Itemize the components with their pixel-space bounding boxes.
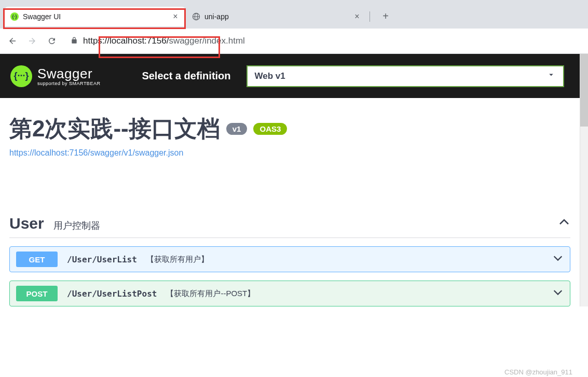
- swagger-logo-icon: {···}: [10, 65, 32, 87]
- reload-icon[interactable]: [45, 34, 59, 48]
- scrollbar-thumb[interactable]: [580, 54, 588, 127]
- close-icon[interactable]: ×: [353, 12, 361, 21]
- op-path: /User/UserList: [67, 255, 137, 264]
- swagger-favicon-icon: {·}: [10, 12, 19, 21]
- browser-tab-swagger[interactable]: {·} Swagger UI ×: [4, 7, 186, 26]
- new-tab-button[interactable]: +: [378, 9, 393, 24]
- url-path: swagger/index.html: [169, 36, 244, 46]
- method-badge: POST: [16, 286, 58, 301]
- op-summary: 【获取所有用户】: [146, 255, 209, 264]
- back-icon[interactable]: [5, 34, 20, 48]
- forward-icon[interactable]: [25, 34, 39, 48]
- swagger-page: {···} Swagger supported by SMARTBEAR Sel…: [0, 54, 588, 306]
- chevron-down-icon: [546, 70, 556, 82]
- op-left: POST /User/UserListPost 【获取所有用户--POST】: [16, 286, 255, 301]
- tag-section: User 用户控制器 GET /User/UserList 【获取所有用户】: [9, 210, 570, 306]
- browser-chrome: {·} Swagger UI × uni-app × +: [0, 0, 588, 54]
- scrollbar[interactable]: [580, 54, 588, 306]
- logo-main: Swagger: [37, 66, 100, 82]
- url-bar[interactable]: https://localhost:7156/swagger/index.htm…: [64, 33, 583, 49]
- swagger-body: 第2次实践--接口文档 v1 OAS3 https://localhost:71…: [0, 98, 580, 306]
- definition-label: Select a definition: [142, 70, 230, 82]
- tab-title: uni-app: [204, 12, 349, 21]
- url-text: https://localhost:7156/swagger/index.htm…: [83, 36, 245, 46]
- api-title-row: 第2次实践--接口文档 v1 OAS3: [9, 114, 570, 144]
- browser-tab-uniapp[interactable]: uni-app ×: [186, 7, 367, 26]
- op-summary: 【获取所有用户--POST】: [166, 289, 255, 299]
- tab-divider: [370, 11, 370, 22]
- tag-desc: 用户控制器: [53, 219, 100, 232]
- lock-icon: [71, 37, 78, 46]
- globe-favicon-icon: [192, 12, 200, 21]
- logo-glyph: {···}: [13, 71, 29, 81]
- chevron-down-icon: [552, 252, 564, 267]
- page-title: 第2次实践--接口文档: [9, 114, 220, 144]
- tag-left: User 用户控制器: [9, 215, 100, 232]
- tag-name: User: [9, 215, 44, 232]
- method-badge: GET: [16, 252, 58, 267]
- logo-sub: supported by SMARTBEAR: [37, 81, 100, 86]
- op-path: /User/UserListPost: [67, 289, 157, 299]
- spec-link[interactable]: https://localhost:7156/swagger/v1/swagge…: [9, 148, 183, 158]
- nav-bar: https://localhost:7156/swagger/index.htm…: [0, 29, 588, 53]
- tab-strip: {·} Swagger UI × uni-app × +: [0, 0, 588, 29]
- logo-text: Swagger supported by SMARTBEAR: [37, 66, 100, 86]
- chevron-up-icon: [558, 216, 570, 232]
- swagger-header: {···} Swagger supported by SMARTBEAR Sel…: [0, 54, 580, 98]
- op-left: GET /User/UserList 【获取所有用户】: [16, 252, 209, 267]
- url-host: https://localhost:7156/: [83, 36, 169, 46]
- version-badge: v1: [226, 123, 248, 135]
- watermark: CSDN @zhoujian_911: [504, 368, 572, 376]
- definition-selected: Web v1: [255, 71, 285, 81]
- oas-badge: OAS3: [253, 123, 287, 135]
- tab-title: Swagger UI: [23, 12, 167, 21]
- svg-text:{·}: {·}: [12, 14, 17, 19]
- close-icon[interactable]: ×: [171, 12, 180, 21]
- chevron-down-icon: [552, 286, 564, 301]
- definition-select[interactable]: Web v1: [247, 65, 564, 87]
- tag-header[interactable]: User 用户控制器: [9, 210, 570, 238]
- operation-post-userlistpost[interactable]: POST /User/UserListPost 【获取所有用户--POST】: [9, 281, 570, 306]
- operation-get-userlist[interactable]: GET /User/UserList 【获取所有用户】: [9, 246, 570, 272]
- swagger-logo: {···} Swagger supported by SMARTBEAR: [10, 65, 100, 87]
